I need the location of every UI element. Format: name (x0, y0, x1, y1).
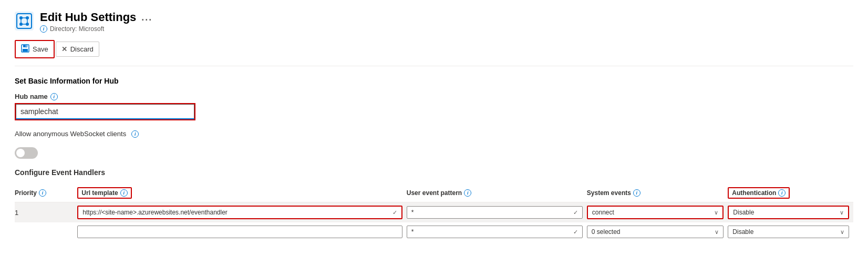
url-info-icon: i (120, 189, 128, 197)
title-block: Edit Hub Settings ... i Directory: Micro… (40, 11, 152, 33)
discard-icon: ✕ (61, 45, 67, 53)
svg-rect-12 (23, 49, 28, 52)
auth-value-1: Disable (733, 209, 838, 216)
system-event-value-2: 0 selected (592, 228, 712, 236)
url-input-1[interactable] (82, 209, 389, 216)
priority-cell-1: 1 (15, 202, 77, 223)
system-event-cell-1: connect ∨ (587, 202, 728, 223)
discard-button[interactable]: ✕ Discard (56, 42, 99, 57)
page-title-row: Edit Hub Settings ... (40, 11, 152, 24)
save-icon (21, 44, 29, 54)
priority-info-icon: i (39, 189, 46, 197)
directory-label: Directory: Microsoft (50, 25, 104, 33)
app-icon (15, 12, 34, 30)
user-event-cell-2: ✓ (407, 222, 587, 241)
auth-chevron-2: ∨ (840, 229, 844, 236)
user-event-dropdown-2[interactable]: ✓ (407, 226, 583, 238)
user-event-info-icon: i (464, 189, 471, 197)
system-event-dropdown-1[interactable]: connect ∨ (587, 206, 724, 219)
user-event-chevron-1: ✓ (573, 209, 578, 216)
anonymous-label: Allow anonymous WebSocket clients (15, 130, 126, 138)
th-url-template: Url template i (77, 184, 406, 202)
system-event-value-1: connect (592, 209, 712, 216)
toolbar: Save ✕ Discard (15, 40, 853, 66)
user-event-dropdown-1[interactable]: ✓ (407, 206, 583, 219)
table-header-row: Priority i Url template i User event pat… (15, 184, 853, 202)
url-cell-1: ✓ (77, 202, 406, 223)
header: Edit Hub Settings ... i Directory: Micro… (15, 11, 853, 33)
basic-info-section: Set Basic Information for Hub Hub name i… (15, 77, 853, 159)
anonymous-toggle-row: Allow anonymous WebSocket clients i (15, 130, 853, 138)
page-title: Edit Hub Settings (40, 11, 136, 24)
user-event-cell-1: ✓ (407, 202, 587, 223)
user-event-chevron-2: ✓ (573, 229, 578, 236)
system-events-info-icon: i (633, 189, 640, 197)
url-input-wrapper-1: ✓ (77, 206, 402, 219)
toggle-thumb (16, 149, 25, 157)
svg-rect-11 (23, 45, 27, 47)
user-event-input-2[interactable] (411, 228, 570, 236)
hub-name-input[interactable] (16, 104, 194, 119)
directory-info-icon: i (40, 25, 47, 33)
auth-value-2: Disable (732, 228, 838, 236)
url-cell-2 (77, 222, 406, 241)
directory-row: i Directory: Microsoft (40, 25, 152, 33)
table-row: ✓ 0 selected ∨ Disable ∨ (15, 222, 853, 241)
priority-cell-2 (15, 222, 77, 241)
table-row: 1 ✓ ✓ connect ∨ (15, 202, 853, 223)
url-input-wrapper-2 (77, 226, 402, 238)
event-handlers-table: Priority i Url template i User event pat… (15, 184, 853, 241)
hub-name-label-row: Hub name i (15, 93, 853, 100)
save-button[interactable]: Save (15, 40, 55, 58)
system-event-chevron-1: ∨ (714, 209, 718, 216)
system-event-chevron-2: ∨ (715, 229, 719, 236)
event-handlers-section: Configure Event Handlers Priority i Url … (15, 168, 853, 241)
anonymous-toggle[interactable] (15, 147, 38, 159)
user-event-input-1[interactable] (411, 209, 570, 216)
hub-name-label: Hub name (15, 93, 48, 100)
hub-name-input-wrapper (15, 103, 195, 120)
url-input-2[interactable] (82, 228, 397, 236)
svg-rect-13 (26, 45, 27, 47)
th-authentication: Authentication i (728, 184, 853, 202)
url-chevron-1: ✓ (392, 209, 397, 216)
th-user-event: User event pattern i (407, 184, 587, 202)
ellipsis-button[interactable]: ... (141, 12, 152, 23)
system-event-cell-2: 0 selected ∨ (587, 222, 728, 241)
auth-cell-2: Disable ∨ (728, 222, 853, 241)
auth-info-icon: i (778, 189, 786, 197)
hub-name-info-icon: i (50, 93, 58, 100)
auth-cell-1: Disable ∨ (728, 202, 853, 223)
auth-dropdown-2[interactable]: Disable ∨ (728, 226, 849, 238)
th-priority: Priority i (15, 184, 77, 202)
discard-label: Discard (70, 45, 94, 53)
auth-chevron-1: ∨ (840, 209, 844, 216)
th-system-events: System events i (587, 184, 728, 202)
system-event-dropdown-2[interactable]: 0 selected ∨ (587, 226, 724, 238)
anonymous-info-icon: i (131, 130, 139, 138)
save-label: Save (33, 45, 48, 53)
event-handlers-title: Configure Event Handlers (15, 168, 853, 177)
auth-dropdown-1[interactable]: Disable ∨ (728, 206, 849, 219)
basic-info-title: Set Basic Information for Hub (15, 77, 853, 85)
